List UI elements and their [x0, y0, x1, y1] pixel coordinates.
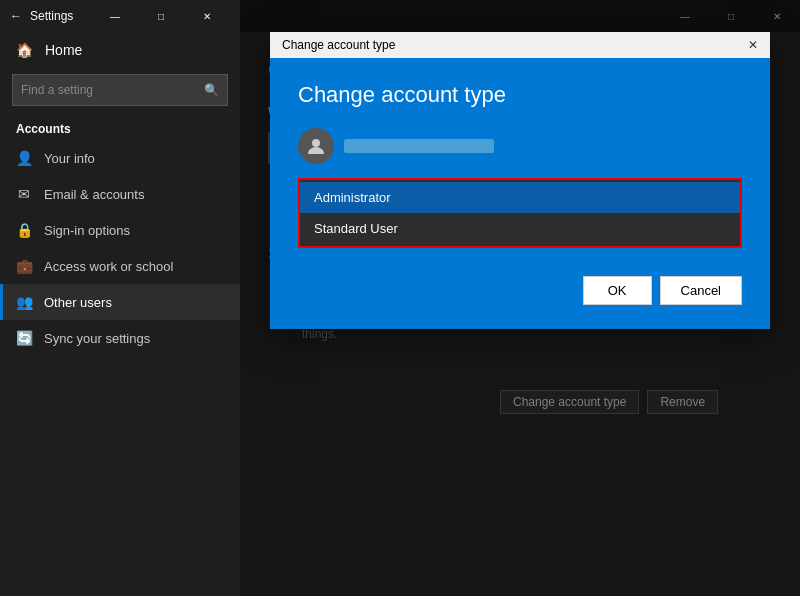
account-type-dropdown[interactable]: Administrator Standard User	[298, 178, 742, 248]
email-icon: ✉	[16, 186, 32, 202]
home-nav-item[interactable]: 🏠 Home	[0, 32, 240, 68]
sidebar-item-access-work[interactable]: 💼 Access work or school	[0, 248, 240, 284]
other-users-icon: 👥	[16, 294, 32, 310]
sign-in-icon: 🔒	[16, 222, 32, 238]
sidebar-item-sync-settings[interactable]: 🔄 Sync your settings	[0, 320, 240, 356]
dialog-titlebar: Change account type ✕	[270, 32, 770, 58]
sidebar-item-other-users[interactable]: 👥 Other users	[0, 284, 240, 320]
dialog-footer: OK Cancel	[298, 272, 742, 305]
dialog-user-avatar	[298, 128, 334, 164]
home-label: Home	[45, 42, 82, 58]
dialog-ok-button[interactable]: OK	[583, 276, 652, 305]
search-box[interactable]: 🔍	[12, 74, 228, 106]
change-account-type-dialog: Change account type ✕ Change account typ…	[270, 32, 770, 329]
dialog-close-button[interactable]: ✕	[748, 38, 758, 52]
sidebar-item-label: Access work or school	[44, 259, 173, 274]
close-button[interactable]: ✕	[184, 0, 230, 32]
sidebar-item-your-info[interactable]: 👤 Your info	[0, 140, 240, 176]
dialog-user-row	[298, 128, 742, 164]
search-input[interactable]	[21, 83, 198, 97]
accounts-section-title: Accounts	[0, 112, 240, 140]
dialog-username-bar	[344, 139, 494, 153]
sync-icon: 🔄	[16, 330, 32, 346]
title-bar: ← Settings — □ ✕	[0, 0, 240, 32]
sidebar-item-sign-in[interactable]: 🔒 Sign-in options	[0, 212, 240, 248]
dialog-title: Change account type	[282, 38, 395, 52]
dialog-heading: Change account type	[298, 82, 742, 108]
main-panel: — □ ✕ Other users Work or school users +…	[240, 0, 800, 596]
dialog-cancel-button[interactable]: Cancel	[660, 276, 742, 305]
sidebar: ← Settings — □ ✕ 🏠 Home 🔍 Accounts 👤 You…	[0, 0, 240, 596]
sidebar-item-label: Sign-in options	[44, 223, 130, 238]
work-icon: 💼	[16, 258, 32, 274]
svg-point-0	[312, 139, 320, 147]
maximize-button[interactable]: □	[138, 0, 184, 32]
dialog-overlay: Change account type ✕ Change account typ…	[240, 0, 800, 596]
window-title: Settings	[30, 9, 73, 23]
dropdown-item-administrator[interactable]: Administrator	[300, 182, 740, 213]
dropdown-item-standard-user[interactable]: Standard User	[300, 213, 740, 244]
search-icon: 🔍	[204, 83, 219, 97]
sidebar-item-label: Email & accounts	[44, 187, 144, 202]
sidebar-item-email-accounts[interactable]: ✉ Email & accounts	[0, 176, 240, 212]
home-icon: 🏠	[16, 42, 33, 58]
sidebar-item-label: Sync your settings	[44, 331, 150, 346]
window-controls: — □ ✕	[92, 0, 230, 32]
sidebar-item-label: Other users	[44, 295, 112, 310]
sidebar-item-label: Your info	[44, 151, 95, 166]
your-info-icon: 👤	[16, 150, 32, 166]
minimize-button[interactable]: —	[92, 0, 138, 32]
dialog-body: Change account type Administrator Standa…	[270, 58, 770, 329]
back-button[interactable]: ←	[10, 9, 22, 23]
